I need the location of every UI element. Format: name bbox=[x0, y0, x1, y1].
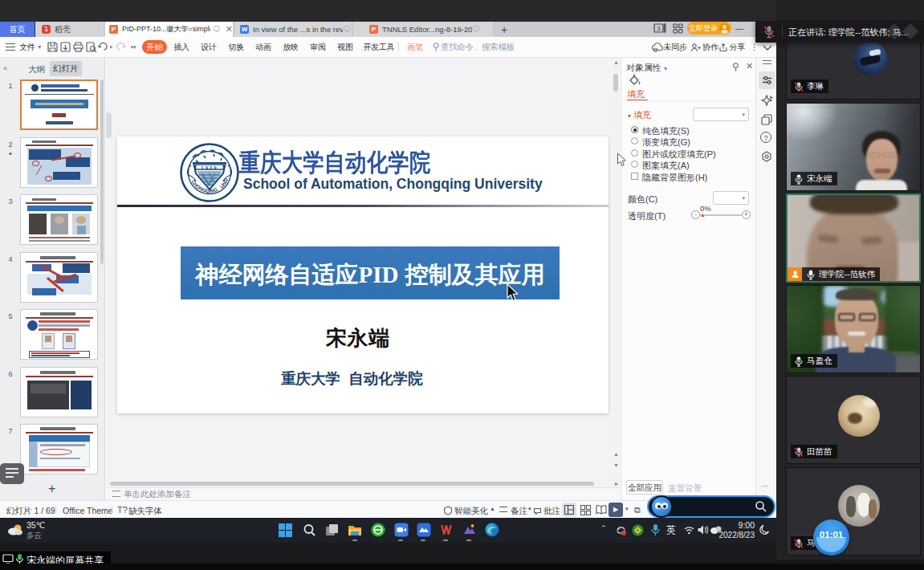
svg-text:1929: 1929 bbox=[201, 165, 218, 170]
svg-text:3: 3 bbox=[657, 25, 661, 32]
